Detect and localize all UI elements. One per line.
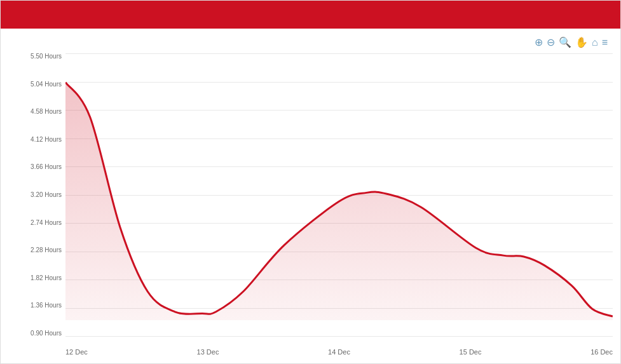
y-tick-label: 0.90 Hours (21, 330, 65, 337)
pan-icon[interactable]: ✋ (575, 36, 588, 48)
y-tick-label: 5.04 Hours (21, 81, 65, 88)
y-tick-label: 2.28 Hours (21, 247, 65, 253)
y-tick-label: 1.82 Hours (21, 275, 65, 281)
y-tick-label: 4.12 Hours (21, 137, 65, 143)
grid-and-plot: 0.90 Hours1.36 Hours1.82 Hours2.28 Hours… (65, 53, 613, 356)
x-tick-label: 14 Dec (328, 348, 350, 356)
x-tick-label: 12 Dec (65, 348, 88, 356)
y-tick-label: 5.50 Hours (21, 53, 65, 60)
chart-area: 0.90 Hours1.36 Hours1.82 Hours2.28 Hours… (8, 53, 613, 356)
chart-body: ⊕ ⊖ 🔍 ✋ ⌂ ≡ 0.90 Hours1.36 Hours1.82 Hou… (1, 29, 620, 363)
chart-toolbar: ⊕ ⊖ 🔍 ✋ ⌂ ≡ (8, 34, 613, 51)
y-tick-label: 4.58 Hours (21, 109, 65, 115)
x-axis-labels: 12 Dec13 Dec14 Dec15 Dec16 Dec (65, 337, 613, 356)
y-axis-label (8, 53, 21, 356)
x-tick-label: 13 Dec (197, 348, 219, 356)
chart-header (1, 1, 620, 29)
x-tick-label: 15 Dec (460, 348, 482, 356)
grid-labels: 0.90 Hours1.36 Hours1.82 Hours2.28 Hours… (21, 53, 65, 337)
magnifier-icon[interactable]: 🔍 (559, 36, 571, 48)
chart-inner: 0.90 Hours1.36 Hours1.82 Hours2.28 Hours… (21, 53, 613, 356)
y-tick-label: 3.66 Hours (21, 164, 65, 170)
zoom-in-icon[interactable]: ⊕ (535, 36, 543, 48)
y-tick-label: 3.20 Hours (21, 192, 65, 198)
zoom-out-icon[interactable]: ⊖ (547, 36, 555, 48)
home-icon[interactable]: ⌂ (592, 37, 598, 48)
y-tick-label: 2.74 Hours (21, 220, 65, 226)
menu-icon[interactable]: ≡ (602, 37, 608, 48)
x-tick-label: 16 Dec (590, 348, 613, 356)
y-tick-label: 1.36 Hours (21, 302, 65, 309)
chart-container: ⊕ ⊖ 🔍 ✋ ⌂ ≡ 0.90 Hours1.36 Hours1.82 Hou… (0, 0, 621, 364)
line-chart (65, 53, 613, 320)
